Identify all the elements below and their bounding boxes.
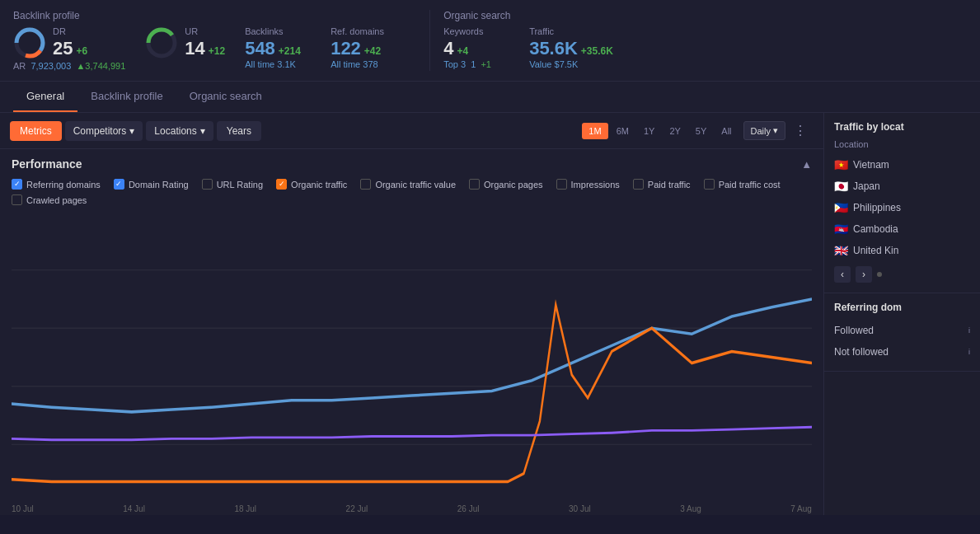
- location-vietnam: Vietnam: [853, 159, 889, 171]
- checkbox-organic-pages-label: Organic pages: [484, 180, 543, 190]
- backlinks-value: 548: [245, 38, 275, 59]
- traffic-value-amount: Value $7.5K: [529, 59, 613, 69]
- time-1m[interactable]: 1M: [582, 123, 607, 139]
- referring-domains-title: Referring dom: [834, 302, 970, 313]
- section-divider: [429, 10, 430, 71]
- traffic-by-location-section: Traffic by locat Location 🇻🇳 Vietnam 🇯🇵 …: [824, 113, 980, 293]
- backlink-profile-title: Backlink profile: [13, 10, 416, 21]
- location-item-japan[interactable]: 🇯🇵 Japan: [834, 176, 970, 197]
- vietnam-flag-icon: 🇻🇳: [834, 158, 848, 171]
- chart-toolbar: Metrics Competitors ▾ Locations ▾ Years …: [0, 113, 823, 149]
- tab-backlink-profile[interactable]: Backlink profile: [77, 82, 176, 112]
- tab-organic-search[interactable]: Organic search: [176, 82, 275, 112]
- daily-chevron-icon: ▾: [773, 125, 778, 136]
- years-button[interactable]: Years: [217, 121, 261, 141]
- backlink-profile-section: Backlink profile DR 25 +6: [13, 10, 416, 71]
- x-label-6: 3 Aug: [680, 504, 701, 513]
- competitors-label: Competitors: [73, 125, 127, 137]
- not-followed-info-icon: i: [968, 348, 970, 356]
- backlinks-metric: Backlinks 548 +214 All time 3.1K: [245, 26, 311, 71]
- location-uk: United Kin: [853, 245, 898, 256]
- time-all[interactable]: All: [715, 123, 738, 139]
- location-cambodia: Cambodia: [853, 223, 898, 235]
- location-philippines: Philippines: [853, 202, 901, 213]
- locations-chevron-icon: ▾: [200, 125, 205, 137]
- traffic-metric: Traffic 35.6K +35.6K Value $7.5K: [529, 26, 613, 69]
- ref-domains-value: 122: [331, 38, 361, 59]
- more-options-button[interactable]: ⋮: [787, 119, 814, 142]
- checkbox-referring-domains[interactable]: ✓ Referring domains: [12, 179, 101, 190]
- checkbox-paid-cost-label: Paid traffic cost: [719, 180, 781, 190]
- checkbox-url-rating[interactable]: URL Rating: [202, 179, 263, 190]
- ur-metric: UR 14 +12: [145, 26, 225, 71]
- uk-flag-icon: 🇬🇧: [834, 244, 848, 257]
- ref-followed-label: Followed: [834, 325, 874, 336]
- time-1y[interactable]: 1Y: [637, 123, 661, 139]
- referring-domains-section: Referring dom Followed i Not followed i: [824, 293, 980, 372]
- keywords-label: Keywords: [443, 26, 509, 36]
- keywords-top3: Top 3 1 +1: [443, 59, 509, 69]
- ar-label: AR: [13, 61, 26, 71]
- checkbox-paid-traffic-cost[interactable]: Paid traffic cost: [704, 179, 781, 190]
- checkbox-paid-traffic-label: Paid traffic: [648, 180, 691, 190]
- page-dot-1: [877, 272, 882, 277]
- checkbox-paid-traffic[interactable]: Paid traffic: [633, 179, 691, 190]
- traffic-label: Traffic: [529, 26, 613, 36]
- backlinks-delta: +214: [279, 45, 301, 57]
- ref-not-followed-label: Not followed: [834, 346, 889, 358]
- prev-page-button[interactable]: ‹: [834, 266, 851, 283]
- x-label-7: 7 Aug: [790, 504, 812, 513]
- locations-button[interactable]: Locations ▾: [146, 121, 213, 141]
- dr-metric: DR 25 +6 AR 7,923,003 ▲3,744,991: [13, 26, 125, 71]
- checkbox-domain-rating[interactable]: ✓ Domain Rating: [114, 179, 189, 190]
- ur-value: 14: [185, 38, 204, 59]
- pagination-row: ‹ ›: [834, 261, 970, 284]
- checkbox-organic-label: Organic traffic: [291, 180, 347, 190]
- dr-label: DR: [53, 26, 87, 36]
- backlinks-alltime: All time 3.1K: [245, 59, 311, 69]
- japan-flag-icon: 🇯🇵: [834, 180, 848, 193]
- ref-domains-delta: +42: [364, 45, 381, 57]
- dr-delta: +6: [76, 45, 87, 57]
- location-column-header: Location: [834, 139, 970, 149]
- competitors-button[interactable]: Competitors ▾: [65, 121, 143, 141]
- location-item-philippines[interactable]: 🇵🇭 Philippines: [834, 197, 970, 218]
- traffic-value: 35.6K: [529, 38, 578, 59]
- time-6m[interactable]: 6M: [610, 123, 635, 139]
- keywords-delta: +4: [457, 45, 468, 57]
- next-page-button[interactable]: ›: [856, 266, 872, 283]
- checkbox-organic-traffic-value[interactable]: Organic traffic value: [360, 179, 456, 190]
- checkbox-organic-value-label: Organic traffic value: [375, 180, 456, 190]
- location-item-vietnam[interactable]: 🇻🇳 Vietnam: [834, 154, 970, 176]
- checkbox-impressions[interactable]: Impressions: [556, 179, 620, 190]
- time-2y[interactable]: 2Y: [663, 123, 687, 139]
- x-label-2: 18 Jul: [234, 504, 256, 513]
- ar-value: 7,923,003: [30, 61, 71, 71]
- performance-title: Performance: [12, 157, 82, 171]
- stats-bar: Backlink profile DR 25 +6: [0, 0, 980, 82]
- x-label-4: 26 Jul: [457, 504, 480, 513]
- daily-button[interactable]: Daily ▾: [743, 121, 785, 140]
- ref-followed-item[interactable]: Followed i: [834, 320, 970, 341]
- checkbox-crawled-pages[interactable]: Crawled pages: [12, 194, 87, 205]
- checkbox-organic-traffic[interactable]: ✓ Organic traffic: [276, 179, 347, 190]
- collapse-icon[interactable]: ▲: [801, 158, 812, 171]
- followed-info-icon: i: [968, 326, 970, 335]
- x-axis-labels: 10 Jul 14 Jul 18 Jul 22 Jul 26 Jul 30 Ju…: [0, 503, 823, 515]
- tab-general[interactable]: General: [13, 82, 77, 112]
- main-container: Metrics Competitors ▾ Locations ▾ Years …: [0, 113, 980, 515]
- ar-delta: ▲3,744,991: [76, 61, 125, 71]
- checkbox-impressions-label: Impressions: [571, 180, 620, 190]
- ref-not-followed-item[interactable]: Not followed i: [834, 341, 970, 363]
- checkbox-organic-pages[interactable]: Organic pages: [469, 179, 543, 190]
- time-5y[interactable]: 5Y: [689, 123, 713, 139]
- chart-area: [0, 212, 823, 503]
- x-label-5: 30 Jul: [569, 504, 591, 513]
- right-panel: Traffic by locat Location 🇻🇳 Vietnam 🇯🇵 …: [823, 113, 980, 515]
- checkbox-referring-label: Referring domains: [26, 180, 101, 190]
- metrics-button[interactable]: Metrics: [10, 121, 62, 141]
- location-item-uk[interactable]: 🇬🇧 United Kin: [834, 240, 970, 261]
- traffic-by-location-title: Traffic by locat: [834, 121, 970, 133]
- organic-title: Organic search: [443, 10, 633, 21]
- location-item-cambodia[interactable]: 🇰🇭 Cambodia: [834, 218, 970, 240]
